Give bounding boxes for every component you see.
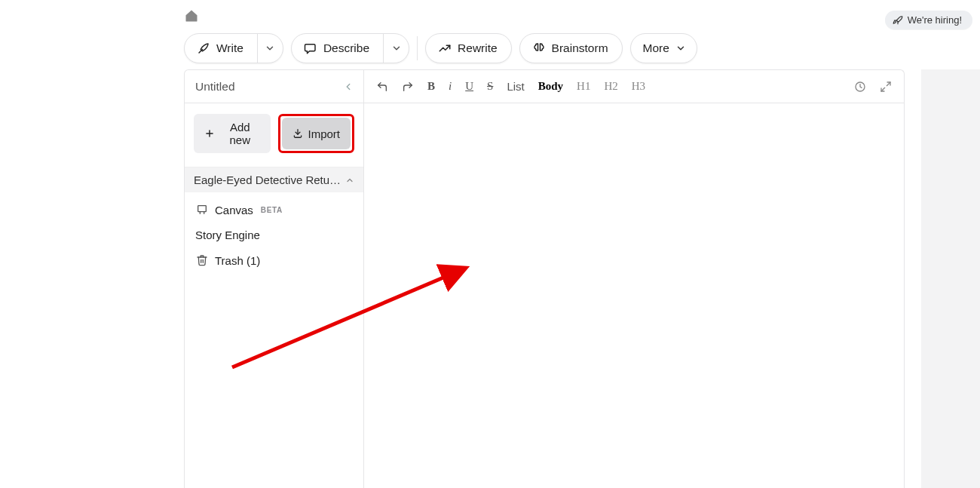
list-button[interactable]: List: [504, 78, 527, 94]
sidebar-actions: Add new Import: [185, 103, 363, 167]
document-title: Untitled: [195, 80, 235, 94]
trash-icon: [195, 253, 209, 267]
feather-icon: [197, 41, 210, 55]
svg-line-7: [881, 87, 885, 91]
sidebar-item-canvas[interactable]: Canvas BETA: [185, 197, 363, 223]
sidebar-item-story-engine[interactable]: Story Engine: [185, 223, 363, 247]
describe-dropdown[interactable]: [383, 34, 409, 63]
plus-icon: [204, 128, 215, 139]
import-label: Import: [308, 127, 340, 140]
h2-button[interactable]: H2: [601, 78, 620, 94]
describe-button[interactable]: Describe: [292, 34, 383, 63]
describe-group: Describe: [291, 33, 409, 63]
rewrite-label: Rewrite: [458, 41, 498, 55]
more-button[interactable]: More: [630, 33, 697, 63]
write-dropdown[interactable]: [257, 34, 283, 63]
editor-body[interactable]: [364, 103, 904, 488]
write-label: Write: [216, 41, 243, 55]
sidebar-item-label: Canvas: [215, 204, 253, 216]
action-toolbar: Write Describe: [184, 33, 697, 63]
expand-button[interactable]: [877, 79, 895, 94]
write-button[interactable]: Write: [185, 34, 257, 63]
chat-icon: [304, 41, 317, 55]
rewrite-icon: [438, 41, 452, 55]
redo-icon: [402, 81, 414, 93]
history-button[interactable]: [851, 79, 869, 94]
right-panel: [921, 69, 980, 488]
sidebar: Untitled Add new: [185, 70, 364, 488]
hiring-label: We're hiring!: [908, 14, 962, 26]
write-group: Write: [184, 33, 283, 63]
sidebar-header: Untitled: [185, 70, 363, 103]
beta-badge: BETA: [261, 206, 283, 214]
add-new-label: Add new: [219, 121, 260, 146]
more-label: More: [643, 41, 669, 55]
collapse-sidebar-button[interactable]: [339, 78, 357, 96]
italic-button[interactable]: i: [446, 78, 455, 94]
underline-button[interactable]: U: [462, 78, 476, 94]
download-icon: [292, 128, 303, 139]
sidebar-item-label: Trash (1): [215, 254, 260, 267]
brainstorm-label: Brainstorm: [552, 41, 608, 55]
home-icon[interactable]: [184, 8, 199, 24]
h1-button[interactable]: H1: [574, 78, 593, 94]
workspace: Untitled Add new: [184, 69, 905, 488]
project-title: Eagle-Eyed Detective Returns: [194, 173, 345, 186]
project-row[interactable]: Eagle-Eyed Detective Returns: [185, 167, 363, 192]
editor-toolbar: B i U S List Body H1 H2 H3: [364, 70, 904, 103]
describe-label: Describe: [323, 41, 369, 55]
add-new-button[interactable]: Add new: [194, 114, 271, 153]
brain-icon: [532, 41, 546, 55]
rewrite-button[interactable]: Rewrite: [425, 33, 512, 63]
chevron-down-icon: [391, 43, 402, 54]
rocket-icon: [893, 15, 903, 26]
chevron-down-icon: [265, 43, 275, 54]
sidebar-item-trash[interactable]: Trash (1): [185, 247, 363, 273]
editor: B i U S List Body H1 H2 H3: [364, 70, 904, 488]
undo-button[interactable]: [373, 79, 391, 94]
undo-icon: [376, 81, 388, 93]
import-highlight: Import: [278, 114, 354, 153]
toolbar-separator: [417, 36, 418, 60]
body-style-button[interactable]: Body: [535, 78, 566, 94]
chevron-left-icon: [343, 81, 354, 92]
svg-rect-2: [198, 206, 207, 212]
hiring-badge[interactable]: We're hiring!: [885, 11, 972, 29]
import-button[interactable]: Import: [282, 118, 351, 149]
sidebar-item-label: Story Engine: [195, 229, 260, 241]
redo-button[interactable]: [399, 79, 417, 94]
svg-line-6: [887, 82, 890, 86]
expand-icon: [880, 81, 892, 93]
chevron-down-icon: [675, 43, 686, 54]
chevron-up-icon: [345, 176, 354, 185]
clock-icon: [854, 81, 866, 93]
brainstorm-button[interactable]: Brainstorm: [519, 33, 623, 63]
h3-button[interactable]: H3: [629, 78, 648, 94]
bold-button[interactable]: B: [424, 78, 438, 94]
sidebar-list: Canvas BETA Story Engine Trash (1): [185, 192, 363, 278]
canvas-icon: [195, 203, 209, 216]
strike-button[interactable]: S: [484, 78, 496, 94]
